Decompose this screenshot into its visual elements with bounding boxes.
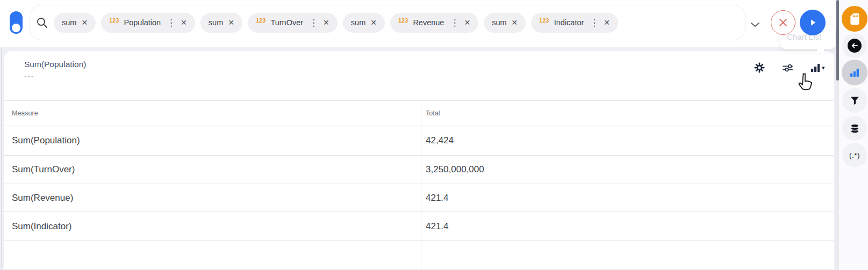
search-chip-sum[interactable]: sum ✕ [484,13,526,33]
regex-icon: (.*) [849,151,860,159]
search-chip-revenue[interactable]: 123 Revenue ⋮ ✕ [390,13,478,33]
measure-cell: Sum(Revenue) [12,193,73,203]
chart-type-caret-icon[interactable]: ▾ [822,64,825,71]
chart-list-button[interactable] [842,60,867,85]
table-row[interactable]: Sum(Population) 42,424 [4,126,834,156]
search-bar[interactable]: sum ✕ 123 Population ⋮ ✕ sum ✕ 123 TurnO… [30,5,745,40]
column-header-measure: Measure [4,101,421,126]
chip-label: Population [124,18,161,27]
column-header-total: Total [421,101,834,126]
chip-remove-icon[interactable]: ✕ [604,19,610,26]
chip-remove-icon[interactable]: ✕ [464,19,470,26]
total-cell: 421.4 [426,193,449,203]
chip-remove-icon[interactable]: ✕ [512,19,518,26]
search-chip-sum[interactable]: sum ✕ [54,13,96,33]
run-query-button[interactable] [800,10,826,35]
total-cell: 42,424 [426,135,454,146]
chip-label: sum [209,18,223,27]
total-cell: 3,250,000,000 [426,164,484,175]
filter-funnel-icon [849,95,860,106]
measures-table: Measure Total Sum(Population) 42,424 Sum… [4,100,834,270]
back-button[interactable] [842,33,867,58]
red-close-icon [777,17,789,28]
chevron-down-icon[interactable] [750,20,760,30]
chip-remove-icon[interactable]: ✕ [81,19,88,26]
search-chip-population[interactable]: 123 Population ⋮ ✕ [101,13,195,33]
right-sidebar: (.*) [839,0,868,270]
table-row[interactable]: Sum(Indicator) 421.4 [4,212,834,241]
app-logo[interactable] [10,11,23,34]
search-chip-turnover[interactable]: 123 TurnOver ⋮ ✕ [248,13,338,33]
top-bar: sum ✕ 123 Population ⋮ ✕ sum ✕ 123 TurnO… [0,0,836,47]
play-icon [808,18,817,27]
chip-label: TurnOver [270,18,303,27]
chip-remove-icon[interactable]: ✕ [181,19,187,26]
table-row-empty[interactable] [4,241,834,270]
clear-query-button[interactable] [771,10,795,35]
panel-title: Sum(Population) [24,60,86,69]
chip-menu-icon[interactable]: ⋮ [167,18,176,27]
numeric-type-badge: 123 [109,17,119,24]
card-button[interactable] [842,6,867,32]
chip-label: sum [492,18,506,27]
measure-cell: Sum(Population) [12,135,80,146]
numeric-type-badge: 123 [398,17,408,24]
filter-button[interactable] [842,88,867,113]
numeric-type-badge: 123 [256,17,266,24]
app-window: sum ✕ 123 Population ⋮ ✕ sum ✕ 123 TurnO… [0,0,868,270]
table-row[interactable]: Sum(TurnOver) 3,250,000,000 [4,156,834,184]
back-arrow-icon [848,39,862,53]
numeric-type-badge: 123 [539,17,549,24]
regex-button[interactable]: (.*) [842,143,867,167]
chip-label: sum [62,18,76,27]
search-icon [35,16,48,29]
chart-type-icon[interactable] [810,62,821,73]
hand-cursor-icon [797,72,814,94]
chip-menu-icon[interactable]: ⋮ [309,18,318,27]
logo-dot [12,24,20,32]
measure-cell: Sum(Indicator) [12,221,71,232]
search-chip-indicator[interactable]: 123 Indicator ⋮ ✕ [531,13,618,33]
search-chip-sum[interactable]: sum ✕ [343,13,385,33]
search-chip-sum[interactable]: sum ✕ [200,13,242,33]
bar-chart-icon [849,67,860,78]
chip-remove-icon[interactable]: ✕ [370,19,377,26]
chip-menu-icon[interactable]: ⋮ [590,18,599,27]
panel-subtitle: --- [24,72,34,81]
database-icon [849,122,860,135]
table-header-row: Measure Total [4,101,834,126]
memory-card-icon [849,12,860,26]
chip-label: Indicator [554,18,584,27]
chip-menu-icon[interactable]: ⋮ [450,18,459,27]
data-source-button[interactable] [842,116,867,141]
table-row[interactable]: Sum(Revenue) 421.4 [4,184,834,212]
result-panel: Sum(Population) --- [4,51,834,270]
total-cell: 421.4 [426,221,449,232]
chip-remove-icon[interactable]: ✕ [323,19,329,26]
chip-label: Revenue [413,18,444,27]
settings-gear-icon[interactable] [754,62,765,74]
display-options-sliders-icon[interactable] [781,61,794,75]
chip-remove-icon[interactable]: ✕ [228,19,234,26]
measure-cell: Sum(TurnOver) [12,164,75,175]
chip-label: sum [351,18,365,27]
